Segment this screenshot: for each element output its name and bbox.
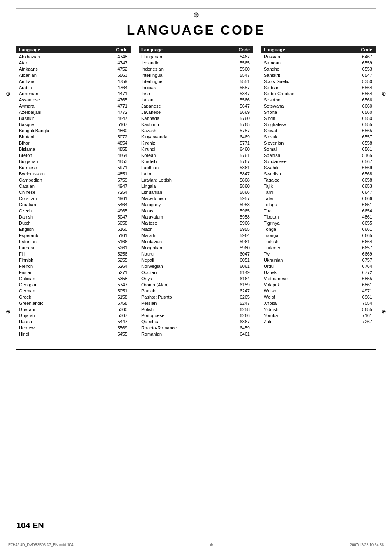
language-cell: Faroese — [16, 244, 94, 251]
code-cell: 7254 — [94, 189, 131, 195]
table-row: Polish6258 — [139, 306, 253, 312]
code-cell: 4748 — [94, 53, 131, 60]
language-cell: Laothian — [139, 164, 219, 170]
code-cell: 5966 — [219, 220, 253, 226]
code-cell: 5761 — [219, 152, 253, 158]
code-cell: 6247 — [219, 288, 253, 294]
top-bar: ⊕ — [16, 10, 376, 19]
language-cell: Norwegian — [139, 263, 219, 269]
table-row: Dutch6058 — [16, 220, 131, 226]
table-row: Maltese5966 — [139, 220, 253, 226]
language-cell: Rhaeto-Romance — [139, 325, 219, 331]
code-cell: 6469 — [219, 134, 253, 140]
language-cell: Breton — [16, 152, 94, 158]
table-row: Samoan6559 — [261, 60, 376, 66]
table-row: Kinyarwanda6469 — [139, 134, 253, 140]
code-cell: 5551 — [219, 78, 253, 84]
table-row: Tagalog6658 — [261, 177, 376, 183]
code-cell: 6561 — [339, 146, 376, 152]
code-cell: 6557 — [339, 134, 376, 140]
language-cell: Bulgarian — [16, 158, 94, 164]
language-cell: Xhosa — [261, 300, 339, 306]
code-cell: 7161 — [339, 312, 376, 318]
code-cell: 4771 — [94, 103, 131, 109]
code-cell: 5964 — [219, 232, 253, 238]
code-cell: 6051 — [219, 257, 253, 263]
code-cell: 6459 — [219, 325, 253, 331]
code-cell: 5051 — [94, 288, 131, 294]
page-container: ⊕ LANGUAGE CODE Language Code Abkhazian4… — [0, 0, 392, 555]
table-row: Uzbek6772 — [261, 269, 376, 275]
code-cell: 6772 — [339, 269, 376, 275]
language-cell: Nauru — [139, 251, 219, 257]
language-cell: Volapuk — [261, 281, 339, 288]
bottom-center-icon: ⊕ — [210, 543, 213, 547]
table-row: Sesotho6566 — [261, 97, 376, 103]
language-cell: Javanese — [139, 109, 219, 115]
table-row: Albanian6563 — [16, 72, 131, 78]
code-cell: 4851 — [94, 170, 131, 177]
code-cell: 6664 — [339, 238, 376, 244]
language-table-2: Language Code Hungarian5467Icelandic5565… — [139, 46, 253, 337]
language-cell: German — [16, 288, 94, 294]
table-row: Irish5347 — [139, 90, 253, 97]
table3-header-code: Code — [339, 46, 376, 53]
code-cell: 6855 — [339, 275, 376, 281]
table-row: Serbo-Croatian6554 — [261, 90, 376, 97]
table-row: Oriya6164 — [139, 275, 253, 281]
language-cell: Maori — [139, 226, 219, 232]
language-cell: Turkish — [261, 238, 339, 244]
code-cell: 5547 — [219, 72, 253, 78]
table-row: Marathi5964 — [139, 232, 253, 238]
table-row: Norwegian6061 — [139, 263, 253, 269]
table-row: Kirghiz5771 — [139, 140, 253, 146]
language-cell: Bhutani — [16, 134, 94, 140]
table-row: Slovak6557 — [261, 134, 376, 140]
table-row: Bhutani5072 — [16, 134, 131, 140]
language-cell: Slovak — [261, 134, 339, 140]
language-cell: Azerbaijani — [16, 109, 94, 115]
code-cell: 6058 — [94, 220, 131, 226]
table-row: Mongolian5960 — [139, 244, 253, 251]
table-row: Persian5247 — [139, 300, 253, 306]
code-cell: 5261 — [94, 244, 131, 251]
table-row: Turkmen6657 — [261, 244, 376, 251]
table-row: Lingala5860 — [139, 183, 253, 189]
code-cell: 5765 — [219, 121, 253, 127]
table-row: Gujarati5367 — [16, 312, 131, 318]
code-cell: 5760 — [219, 115, 253, 121]
table-row: Somali6561 — [261, 146, 376, 152]
language-cell: Cambodian — [16, 177, 94, 183]
language-cell: Tajik — [261, 183, 339, 189]
language-cell: Dutch — [16, 220, 94, 226]
code-cell: 6555 — [339, 121, 376, 127]
language-cell: Tsonga — [261, 232, 339, 238]
language-cell: Tigrinya — [261, 220, 339, 226]
table-row: Lithuanian5866 — [139, 189, 253, 195]
language-cell: Tibetan — [261, 214, 339, 220]
code-cell: 5347 — [219, 90, 253, 97]
table-row: Czech4965 — [16, 207, 131, 214]
table-row: Japanese5647 — [139, 103, 253, 109]
language-cell: Bislama — [16, 146, 94, 152]
bottom-left-text: E7H42UD_DVDR3506-37_EN.indd 104 — [8, 543, 74, 547]
language-cell: Danish — [16, 214, 94, 220]
code-cell: 6569 — [339, 164, 376, 170]
code-cell: 5166 — [94, 238, 131, 244]
table-row: Quechua6367 — [139, 318, 253, 325]
table-row: Yiddish5655 — [261, 306, 376, 312]
language-cell: Kurdish — [139, 158, 219, 164]
table-row: Tatar6666 — [261, 195, 376, 201]
table-row: Sindhi6550 — [261, 115, 376, 121]
language-cell: Afrikaans — [16, 66, 94, 72]
table-row: Greenlandic5758 — [16, 300, 131, 306]
table-row: Pashto; Pushto6265 — [139, 294, 253, 300]
language-cell: Samoan — [261, 60, 339, 66]
language-cell: Malayalam — [139, 214, 219, 220]
table-row: Spanish5165 — [261, 152, 376, 158]
code-cell: 5767 — [219, 158, 253, 164]
code-cell: 4854 — [94, 140, 131, 146]
language-cell: Russian — [261, 53, 339, 60]
code-cell: 5566 — [219, 97, 253, 103]
code-cell: 6657 — [339, 244, 376, 251]
